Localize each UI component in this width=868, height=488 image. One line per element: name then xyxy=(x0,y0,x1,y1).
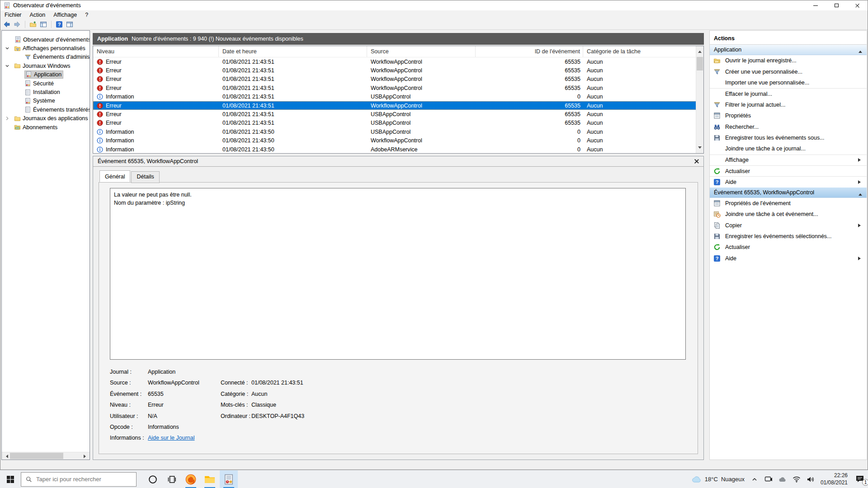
volume-icon[interactable] xyxy=(807,476,815,483)
event-row[interactable]: Erreur01/08/2021 21:43:51WorkflowAppCont… xyxy=(93,75,703,84)
chevron-down-icon[interactable] xyxy=(4,63,10,69)
tree-item-application[interactable]: Application xyxy=(2,70,90,79)
search-input[interactable] xyxy=(36,476,127,483)
tree-item-journaux-des-applications-et-d[interactable]: Journaux des applications et des service… xyxy=(2,114,90,123)
tree-item-observateur-d-v-nements-local-[interactable]: Observateur d'événements (Local) xyxy=(2,35,90,44)
action-effacer-le-journal-[interactable]: Effacer le journal... xyxy=(710,88,867,99)
tree-horizontal-scrollbar[interactable] xyxy=(2,452,90,460)
toolbar-console-tree-icon[interactable] xyxy=(39,20,47,28)
collapse-arrow-icon[interactable] xyxy=(859,49,862,53)
event-row[interactable]: Information01/08/2021 21:43:51USBAppCont… xyxy=(93,93,703,101)
event-row[interactable]: Erreur01/08/2021 21:43:51USBAppControl65… xyxy=(93,119,703,127)
column-header-event-id[interactable]: ID de l'événement xyxy=(476,46,583,57)
toolbar-help-icon[interactable]: ? xyxy=(55,20,63,28)
toolbar-forward-icon[interactable] xyxy=(13,20,21,28)
wifi-icon[interactable] xyxy=(793,476,801,483)
taskbar-search[interactable] xyxy=(21,472,137,487)
action-ouvrir-le-journal-enregistr-[interactable]: Ouvrir le journal enregistré... xyxy=(710,55,867,66)
event-row[interactable]: Information01/08/2021 21:43:50WorkflowAp… xyxy=(93,136,703,145)
minimize-button[interactable] xyxy=(805,0,826,10)
tab-gnral[interactable]: Général xyxy=(99,170,130,182)
actions-section-title: Application xyxy=(714,47,741,53)
scroll-left-arrow-icon[interactable] xyxy=(4,455,8,458)
scroll-thumb[interactable] xyxy=(697,57,703,70)
tree-item-s-curit-[interactable]: Sécurité xyxy=(2,79,90,88)
chevron-right-icon[interactable] xyxy=(4,115,10,122)
actions-section-header[interactable]: Application xyxy=(710,45,867,55)
field-label: Opcode : xyxy=(110,424,148,430)
scroll-thumb[interactable] xyxy=(10,453,63,459)
event-message-box[interactable]: La valeur ne peut pas être null.Nom du p… xyxy=(110,188,686,360)
event-row[interactable]: Erreur01/08/2021 21:43:51WorkflowAppCont… xyxy=(93,101,703,110)
actions-section-header[interactable]: Événement 65535, WorkflowAppControl xyxy=(710,188,867,198)
toolbar-action-pane-icon[interactable] xyxy=(66,20,74,28)
tab-dtails[interactable]: Détails xyxy=(131,171,159,183)
tree-item-abonnements[interactable]: Abonnements xyxy=(2,123,90,131)
onedrive-icon[interactable] xyxy=(778,476,787,483)
action-joindre-une-t-che-cet-v-nement-[interactable]: Joindre une tâche à cet événement... xyxy=(710,209,867,220)
scroll-up-arrow-icon[interactable] xyxy=(698,49,702,53)
action-importer-une-vue-personnalis-e-[interactable]: Importer une vue personnalisée... xyxy=(710,77,867,88)
close-detail-icon[interactable] xyxy=(693,159,699,164)
start-button[interactable] xyxy=(0,470,21,488)
menu-fichier[interactable]: Fichier xyxy=(0,10,26,19)
action-affichage[interactable]: Affichage xyxy=(710,155,867,165)
action-center-button[interactable]: 1 xyxy=(855,475,865,484)
tree-item-journaux-windows[interactable]: Journaux Windows xyxy=(2,61,90,70)
taskbar-clock[interactable]: 22:26 01/08/2021 xyxy=(821,472,848,486)
taskbar-explorer-button[interactable] xyxy=(201,470,219,488)
scroll-right-arrow-icon[interactable] xyxy=(84,455,88,458)
action-enregistrer-tous-les-v-nements-sou[interactable]: Enregistrer tous les événements sous... xyxy=(710,132,867,143)
event-row[interactable]: Erreur01/08/2021 21:43:51USBAppControl65… xyxy=(93,110,703,118)
action-cr-er-une-vue-personnalis-e-[interactable]: Créer une vue personnalisée... xyxy=(710,66,867,77)
menu-affichage[interactable]: Affichage xyxy=(49,10,81,19)
toolbar-back-icon[interactable] xyxy=(3,20,11,28)
close-button[interactable] xyxy=(847,0,868,10)
event-list-vertical-scrollbar[interactable] xyxy=(696,46,703,153)
column-header-source[interactable]: Source xyxy=(367,46,476,57)
blank-icon xyxy=(713,145,721,152)
action-propri-t-s[interactable]: Propriétés xyxy=(710,110,867,121)
taskbar-task-view-button[interactable] xyxy=(163,470,181,488)
event-row[interactable]: Erreur01/08/2021 21:43:51WorkflowAppCont… xyxy=(93,66,703,75)
scroll-down-arrow-icon[interactable] xyxy=(698,146,702,150)
action-enregistrer-les-v-nements-s-lectio[interactable]: Enregistrer les événements sélectionnés.… xyxy=(710,231,867,242)
meetnow-icon[interactable] xyxy=(764,476,773,483)
action-actualiser[interactable]: Actualiser xyxy=(710,165,867,176)
maximize-button[interactable] xyxy=(826,0,847,10)
chevron-up-icon[interactable] xyxy=(750,476,759,483)
taskbar-event-viewer-button[interactable] xyxy=(220,470,238,488)
column-header-date-et-heure[interactable]: Date et heure xyxy=(219,46,367,57)
taskbar-cortana-button[interactable] xyxy=(144,470,162,488)
tree-item-syst-me[interactable]: Système xyxy=(2,97,90,105)
event-row[interactable]: Erreur01/08/2021 21:43:51WorkflowAppCont… xyxy=(93,57,703,66)
tree-item-affichages-personnalis-s[interactable]: Affichages personnalisés xyxy=(2,44,90,52)
tree-item-installation[interactable]: Installation xyxy=(2,88,90,96)
eventvwr-icon xyxy=(223,474,234,485)
event-row[interactable]: Information01/08/2021 21:43:50AdobeARMse… xyxy=(93,145,703,154)
column-header-niveau[interactable]: Niveau xyxy=(93,46,219,57)
action-rechercher-[interactable]: Rechercher... xyxy=(710,121,867,132)
log-header-bar: Application Nombre d'événements : 9 940 … xyxy=(93,33,704,45)
event-row[interactable]: Erreur01/08/2021 21:43:51WorkflowAppCont… xyxy=(93,84,703,92)
action-actualiser[interactable]: Actualiser xyxy=(710,242,867,253)
menu-action[interactable]: Action xyxy=(26,10,50,19)
menu-?[interactable]: ? xyxy=(81,10,92,19)
tree-item--v-nements-transf-r-s[interactable]: Événements transférés xyxy=(2,105,90,114)
column-header-cat-gorie-de-la-t-che[interactable]: Catégorie de la tâche xyxy=(583,46,703,57)
action-aide[interactable]: ?Aide xyxy=(710,253,867,264)
collapse-arrow-icon[interactable] xyxy=(859,192,862,196)
action-copier[interactable]: Copier xyxy=(710,220,867,230)
event-date: 01/08/2021 21:43:51 xyxy=(219,111,367,117)
action-filtrer-le-journal-actuel-[interactable]: Filtrer le journal actuel... xyxy=(710,99,867,110)
chevron-down-icon[interactable] xyxy=(4,45,10,52)
action-aide[interactable]: ?Aide xyxy=(710,176,867,187)
event-row[interactable]: Information01/08/2021 21:43:50USBAppCont… xyxy=(93,127,703,136)
action-propri-t-s-de-l-v-nement[interactable]: Propriétés de l'événement xyxy=(710,198,867,209)
journal-help-link[interactable]: Aide sur le Journal xyxy=(148,435,195,441)
action-joindre-une-t-che-ce-journal-[interactable]: Joindre une tâche à ce journal... xyxy=(710,143,867,154)
toolbar-export-icon[interactable] xyxy=(29,20,37,28)
taskbar-firefox-button[interactable] xyxy=(182,470,200,488)
taskbar-weather[interactable]: 18°C Nuageux xyxy=(692,476,745,483)
tree-item--v-nements-d-administration[interactable]: Événements d'administration xyxy=(2,53,90,61)
